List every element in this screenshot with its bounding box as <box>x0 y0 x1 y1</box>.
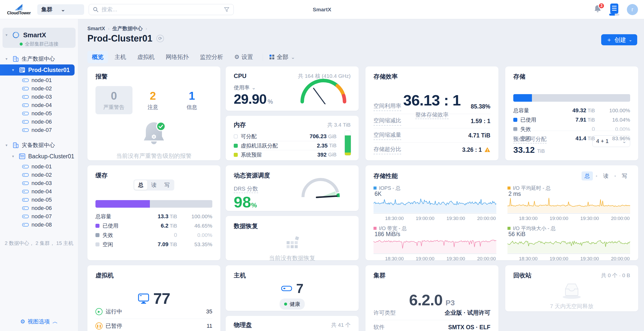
chart-value-label: 186 MiB/s <box>375 231 400 238</box>
node-label: node-05 <box>31 197 52 203</box>
tab-network-topology[interactable]: 网络拓扑 <box>161 51 193 63</box>
x-axis-ticks: 18:30:0019:00:00 19:30:0020:00:00 <box>507 214 630 221</box>
cloudtower-app: CloudTower 集群 ⌄ 搜索... SmartX 3 <box>0 0 644 331</box>
vm-monitor-icon <box>138 293 149 304</box>
memory-row: 可分配 706.23GiB <box>234 132 336 141</box>
tree-item-node[interactable]: node-04 <box>0 101 78 109</box>
tab-overview[interactable]: 概览 <box>87 51 108 63</box>
host-icon <box>22 79 29 82</box>
chevron-down-icon: ⌄ <box>622 138 626 144</box>
cache-tab-read[interactable]: 读 <box>147 180 160 190</box>
cluster-tree: ▾ 生产数据中心 ▾ Prod-Cluster01 node-01 node-0… <box>0 54 78 247</box>
refresh-icon[interactable]: ⟳ <box>156 35 164 42</box>
tree-item-node[interactable]: node-04 <box>0 187 78 196</box>
host-icon <box>22 181 29 185</box>
alerts-empty-text: 当前没有严重警告级别的报警 <box>95 152 212 160</box>
tree-item-node[interactable]: node-06 <box>0 118 78 126</box>
swatch-used <box>95 224 99 228</box>
host-count: 7 <box>296 281 303 296</box>
perf-mode-read[interactable]: 读 <box>600 171 612 180</box>
status-dot-green <box>20 43 23 46</box>
notifications-button[interactable]: 3 <box>594 5 602 15</box>
node-label: node-06 <box>31 119 52 125</box>
node-label: node-06 <box>31 205 52 211</box>
tab-settings[interactable]: ⚙设置 <box>230 51 258 63</box>
cloudtower-logo[interactable]: CloudTower <box>5 4 33 16</box>
tree-item-node[interactable]: node-06 <box>0 204 78 212</box>
tree-item-node[interactable]: node-01 <box>0 162 78 171</box>
node-label: node-02 <box>31 85 52 92</box>
chevron-right-icon: › <box>108 26 109 31</box>
org-header[interactable]: ▾ SmartX 全部集群已连接 <box>3 28 76 48</box>
alert-info-stat[interactable]: 1 信息 <box>173 86 210 114</box>
iops-chart: IOPS - 总 6K 18:30:0019:00:00 19:30:0020:… <box>374 185 496 221</box>
view-options-label: 视图选项 <box>28 318 50 325</box>
breadcrumb-datacenter[interactable]: 生产数据中心 <box>112 25 143 32</box>
perf-mode-write[interactable]: 写 <box>619 171 630 180</box>
perf-mode-total[interactable]: 总 <box>582 171 593 180</box>
tree-item-node[interactable]: node-02 <box>0 84 78 93</box>
view-all-selector[interactable]: 全部 ⌄ <box>268 51 297 63</box>
tree-item-node[interactable]: node-07 <box>0 126 78 134</box>
drs-score-label: DRS 分数 <box>234 186 258 193</box>
host-icon <box>22 103 29 107</box>
cache-tab-total[interactable]: 总 <box>134 180 147 190</box>
node-label: node-08 <box>31 222 52 228</box>
node-label: node-04 <box>31 188 52 195</box>
tab-vms[interactable]: 虚拟机 <box>133 51 159 63</box>
cache-tab-write[interactable]: 写 <box>160 180 174 190</box>
tree-item-node[interactable]: node-03 <box>0 179 78 187</box>
tab-monitoring[interactable]: 监控分析 <box>195 51 228 63</box>
tree-item-node[interactable]: node-01 <box>0 76 78 84</box>
cache-card: 缓存 总 读 写 总容量 13.3TiB 100.00% 已使用 6.2TiB … <box>87 165 220 260</box>
alert-notice-stat[interactable]: 2 注意 <box>134 86 172 114</box>
swatch-allocatable <box>234 134 238 138</box>
vm-status-row[interactable]: ❚❚已暂停 11 <box>95 319 212 331</box>
vm-status-row[interactable]: ▶运行中 35 <box>95 304 212 319</box>
tree-item-node[interactable]: node-02 <box>0 171 78 179</box>
topbar-title: SmartX <box>313 7 331 13</box>
tree-item-cluster-prod[interactable]: ▾ Prod-Cluster01 <box>0 64 75 76</box>
chevron-down-icon: ⌄ <box>629 37 632 43</box>
create-button[interactable]: ＋ 创建 ⌄ <box>601 34 637 45</box>
tree-item-datacenter-backup[interactable]: ▾ 灾备数据中心 <box>0 140 78 150</box>
host-icon <box>22 128 29 132</box>
node-label: node-05 <box>31 110 52 117</box>
datacenter-icon <box>12 142 19 149</box>
cache-row: 总容量 13.3TiB 100.00% <box>95 212 212 221</box>
view-options-button[interactable]: ⚙ 视图选项 ︿ <box>0 318 78 325</box>
chart-value-label: 6K <box>375 191 382 197</box>
global-search-input[interactable]: 搜索... <box>89 4 234 15</box>
dot-separator <box>596 175 597 177</box>
breadcrumb-smartx[interactable]: SmartX <box>87 26 105 31</box>
node-label: node-04 <box>31 102 52 108</box>
tree-item-node[interactable]: node-03 <box>0 93 78 101</box>
data-recovery-card: 数据恢复 当前没有数据恢复 <box>226 216 359 260</box>
swatch-system-reserved <box>234 153 238 157</box>
bandwidth-chart: I/O 带宽 - 总 186 MiB/s 18:30:0019:00:00 19… <box>374 225 496 262</box>
memory-bar-free <box>345 131 351 135</box>
tree-item-node[interactable]: node-05 <box>0 109 78 118</box>
tabbar: 概览 主机 虚拟机 网络拓扑 监控分析 ⚙设置 全部 ⌄ <box>87 51 296 63</box>
tree-item-cluster-backup[interactable]: ▾ Backup-Cluster01 <box>0 151 78 162</box>
card-title: 虚拟机 <box>95 271 212 279</box>
task-center-button[interactable] <box>609 4 619 16</box>
filter-funnel-icon[interactable] <box>224 7 229 12</box>
tree-item-node[interactable]: node-07 <box>0 212 78 220</box>
policy-select[interactable]: 4 + 1 ⌄ <box>592 135 630 147</box>
gear-icon: ⚙ <box>20 318 25 325</box>
storage-row: 已使用 7.91TiB 16.04% <box>513 115 630 124</box>
node-label: node-01 <box>31 77 52 84</box>
user-avatar[interactable]: r <box>627 4 638 15</box>
tree-item-node[interactable]: node-08 <box>0 220 78 229</box>
scope-selector[interactable]: 集群 ⌄ <box>37 4 84 15</box>
tree-item-node[interactable]: node-05 <box>0 196 78 204</box>
node-label: node-03 <box>31 94 52 100</box>
storage-capacity-bar <box>513 94 630 102</box>
tree-item-datacenter-prod[interactable]: ▾ 生产数据中心 <box>0 54 78 64</box>
tab-hosts[interactable]: 主机 <box>110 51 131 63</box>
efficiency-row: 空间利用率 85.38% <box>374 99 490 114</box>
alert-critical-stat[interactable]: 0 严重警告 <box>95 86 132 114</box>
allocatable-value: 33.12 TiB <box>513 145 547 155</box>
grid-icon <box>269 55 274 59</box>
